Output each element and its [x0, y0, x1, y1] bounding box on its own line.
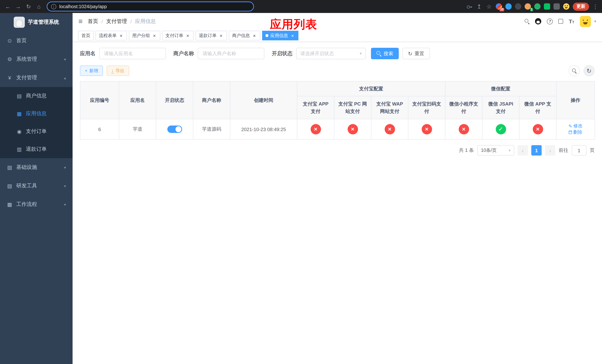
col-merchant: 商户名称: [193, 81, 230, 119]
merchant-name-input[interactable]: [198, 48, 264, 59]
close-tag-icon[interactable]: ×: [218, 33, 224, 38]
reload-icon[interactable]: ↻: [24, 2, 33, 11]
extension-icon-6[interactable]: [544, 3, 550, 10]
close-tag-icon[interactable]: ×: [290, 33, 295, 38]
fullscreen-icon[interactable]: [559, 19, 563, 24]
password-key-icon[interactable]: [466, 4, 473, 9]
reset-button[interactable]: ↻ 重置: [402, 48, 430, 59]
header-search-icon[interactable]: [525, 19, 530, 24]
user-avatar[interactable]: [580, 16, 591, 27]
search-form: 应用名 商户名称 开启状态 请选择开启状态 ▾ 搜索 ↻ 重: [80, 48, 595, 59]
col-group-wechat: 微信配置: [445, 81, 556, 96]
sidebar-item-pay-orders[interactable]: ◉ 支付订单: [0, 123, 73, 140]
tag-user-group[interactable]: 用户分组 ×: [129, 31, 160, 40]
tag-label: 支付订单: [165, 32, 183, 39]
extension-icon-3[interactable]: [515, 3, 521, 10]
font-size-icon[interactable]: TT: [569, 19, 574, 24]
site-info-icon[interactable]: i: [51, 4, 56, 9]
toggle-search-button[interactable]: [569, 65, 580, 76]
tag-process-form[interactable]: 流程表单 ×: [96, 31, 127, 40]
refresh-table-button[interactable]: ↻: [583, 65, 595, 76]
next-page-button[interactable]: ›: [545, 145, 555, 156]
sidebar-item-dev-tools[interactable]: ▨ 研发工具 ▾: [0, 177, 73, 195]
export-button[interactable]: ↓ 导出: [107, 65, 129, 76]
home-icon[interactable]: ⌂: [34, 2, 44, 11]
navbar-tools: ? TT ▾: [525, 16, 596, 27]
cell-alipay-wap: ×: [371, 119, 408, 139]
cell-created: 2021-10-23 08:49:25: [230, 119, 297, 139]
breadcrumb-payment[interactable]: 支付管理: [106, 18, 127, 25]
page-size-select[interactable]: 10条/页 ▾: [477, 145, 514, 156]
sidebar-item-infrastructure[interactable]: ▧ 基础设施 ▾: [0, 158, 73, 177]
current-page-button[interactable]: 1: [531, 145, 542, 156]
tag-label: 流程表单: [99, 32, 117, 39]
extension-icon-4[interactable]: 1: [525, 3, 531, 10]
avatar-caret-icon[interactable]: ▾: [594, 19, 596, 23]
forward-icon[interactable]: →: [13, 2, 23, 11]
sidebar-toggle-icon[interactable]: ≡: [78, 17, 83, 25]
col-wx-app: 微信 APP 支付: [519, 96, 556, 119]
breadcrumb-home[interactable]: 首页: [88, 18, 98, 25]
share-icon[interactable]: ↥: [476, 2, 483, 11]
app-name-input[interactable]: [99, 48, 166, 59]
tag-refund-orders[interactable]: 退款订单 ×: [195, 31, 227, 40]
font-small-glyph: T: [572, 21, 574, 24]
sidebar-item-label: 研发工具: [16, 182, 37, 189]
help-icon[interactable]: ?: [547, 18, 553, 24]
close-tag-icon[interactable]: ×: [252, 33, 257, 38]
browser-toolbar-right: ↥ ☆ 10 1 更新 ⋮: [466, 2, 599, 11]
sidebar-item-workflow[interactable]: ▩ 工作流程 ▾: [0, 195, 73, 214]
cell-wx-app: ×: [519, 119, 556, 139]
update-button[interactable]: 更新: [573, 2, 589, 11]
status-toggle[interactable]: [167, 126, 182, 133]
status-select[interactable]: 请选择开启状态 ▾: [296, 48, 366, 59]
extension-icon-1[interactable]: 10: [496, 3, 502, 10]
tag-label: 商户信息: [232, 32, 250, 39]
sidebar-item-label: 支付管理: [16, 75, 37, 81]
font-large-glyph: T: [569, 19, 572, 24]
table-tools: ↻: [569, 65, 595, 76]
profile-emoji-icon[interactable]: [563, 3, 570, 10]
reset-button-label: 重置: [414, 50, 424, 57]
tag-pay-orders[interactable]: 支付订单 ×: [162, 31, 194, 40]
sidebar-item-payment[interactable]: ¥ 支付管理 ▴: [0, 68, 73, 87]
alipay-app-status-icon: ×: [311, 124, 321, 134]
close-tag-icon[interactable]: ×: [118, 33, 124, 38]
bookmark-star-icon[interactable]: ☆: [486, 2, 492, 11]
tag-merchant-info[interactable]: 商户信息 ×: [229, 31, 260, 40]
back-icon[interactable]: ←: [3, 2, 13, 11]
extension-icon-2[interactable]: [505, 3, 512, 10]
sidebar-item-merchant-info[interactable]: ▤ 商户信息: [0, 87, 73, 105]
cell-status: [156, 119, 193, 139]
goto-page-input[interactable]: [572, 145, 586, 156]
col-actions: 操作: [556, 81, 595, 119]
infrastructure-icon: ▧: [7, 164, 13, 170]
chevron-down-icon: ▾: [360, 51, 362, 56]
sidebar-item-home[interactable]: ⊙ 首页: [0, 32, 73, 50]
delete-link[interactable]: 删除: [569, 129, 582, 136]
col-created: 创建时间: [230, 81, 297, 119]
close-tag-icon[interactable]: ×: [152, 33, 157, 38]
breadcrumb: 首页 / 支付管理 / 应用信息: [88, 18, 156, 25]
add-button[interactable]: + 新增: [80, 65, 103, 76]
edit-link[interactable]: ✎修改: [569, 123, 582, 129]
workflow-icon: ▩: [7, 202, 13, 207]
app-table: 应用编号 应用名 开启状态 商户名称 创建时间 支付宝配置 微信配置 操作 支付…: [80, 81, 595, 139]
menu-dots-icon[interactable]: ⋮: [592, 2, 598, 11]
close-tag-icon[interactable]: ×: [185, 33, 190, 38]
sidebar-item-refund-orders[interactable]: ▥ 退款订单: [0, 140, 73, 158]
prev-page-button[interactable]: ‹: [517, 145, 528, 156]
tag-home[interactable]: 首页: [78, 31, 94, 40]
search-button[interactable]: 搜索: [371, 48, 399, 59]
page-size-value: 10条/页: [481, 147, 497, 153]
address-bar[interactable]: i localhost:1024/pay/app: [47, 1, 254, 11]
sidebar-item-label: 基础设施: [16, 164, 37, 171]
app-title: 芋道管理系统: [28, 19, 59, 26]
col-status: 开启状态: [156, 81, 193, 119]
col-app-name: 应用名: [119, 81, 156, 119]
sidebar-item-app-info[interactable]: ▦ 应用信息: [0, 105, 73, 123]
github-icon[interactable]: [535, 18, 541, 24]
extension-icon-7[interactable]: [553, 3, 560, 10]
extension-icon-5[interactable]: [534, 3, 540, 10]
sidebar-item-system[interactable]: ⚙ 系统管理 ▾: [0, 50, 73, 68]
